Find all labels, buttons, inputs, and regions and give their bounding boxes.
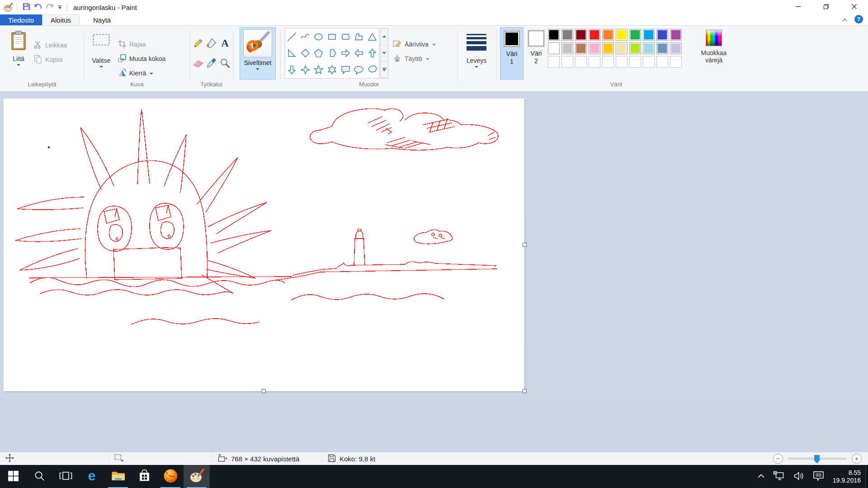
- canvas-resize-handle-right[interactable]: [523, 243, 527, 247]
- palette-swatch-#22b14c[interactable]: [629, 29, 641, 41]
- shapes-scroll-up-button[interactable]: [381, 28, 388, 45]
- palette-swatch-#c3c3c3[interactable]: [561, 42, 573, 54]
- file-explorer-app[interactable]: [105, 465, 131, 488]
- redo-button[interactable]: [44, 1, 56, 13]
- shapes-scroll-down-button[interactable]: [381, 45, 388, 62]
- edge-app[interactable]: e: [79, 465, 105, 488]
- shape-star-four[interactable]: [299, 61, 312, 78]
- shape-triangle[interactable]: [365, 28, 379, 45]
- task-view-button[interactable]: [52, 465, 79, 488]
- drawing-canvas[interactable]: [4, 99, 524, 391]
- shape-callout-oval[interactable]: [352, 61, 366, 78]
- palette-swatch-#b97a57[interactable]: [575, 42, 587, 54]
- brushes-button[interactable]: Siveltimet: [240, 27, 276, 80]
- palette-swatch-empty[interactable]: [561, 56, 573, 68]
- palette-swatch-empty[interactable]: [670, 56, 682, 68]
- palette-swatch-#fff200[interactable]: [616, 29, 627, 41]
- shape-line[interactable]: [285, 28, 299, 45]
- shape-fill-button[interactable]: Täyttö: [392, 53, 429, 65]
- line-width-button[interactable]: Leveys: [462, 28, 491, 79]
- shape-arrow-left[interactable]: [352, 45, 366, 62]
- palette-swatch-empty[interactable]: [548, 56, 560, 68]
- palette-swatch-empty[interactable]: [575, 56, 587, 68]
- palette-swatch-#7f7f7f[interactable]: [561, 29, 573, 41]
- fill-tool-button[interactable]: [206, 38, 217, 50]
- shape-hexagon[interactable]: [326, 45, 339, 62]
- tab-view[interactable]: Näytä: [85, 14, 119, 25]
- magnifier-tool-button[interactable]: [220, 58, 230, 70]
- paint-app[interactable]: [184, 465, 210, 488]
- close-button[interactable]: [840, 0, 868, 14]
- palette-swatch-empty[interactable]: [616, 56, 627, 68]
- restore-button[interactable]: [812, 0, 840, 14]
- palette-swatch-#000000[interactable]: [548, 29, 560, 41]
- shape-callout-rounded[interactable]: [339, 61, 352, 78]
- save-button[interactable]: [20, 1, 32, 13]
- tab-file[interactable]: Tiedosto: [0, 14, 42, 25]
- clock[interactable]: 8.55 19.9.2016: [828, 469, 865, 484]
- palette-swatch-#ffaec9[interactable]: [589, 42, 600, 54]
- shape-polygon[interactable]: [352, 28, 366, 45]
- help-button[interactable]: ?: [854, 14, 863, 25]
- palette-swatch-#3f48cc[interactable]: [656, 29, 668, 41]
- undo-button[interactable]: [32, 1, 44, 13]
- paste-button[interactable]: Liitä: [6, 28, 31, 79]
- palette-swatch-#ed1c24[interactable]: [589, 29, 600, 41]
- shape-arrow-right[interactable]: [339, 45, 352, 62]
- shape-ellipse[interactable]: [312, 28, 326, 45]
- palette-swatch-#efe4b0[interactable]: [616, 42, 627, 54]
- show-desktop-button[interactable]: [865, 465, 868, 488]
- volume-status[interactable]: [789, 465, 809, 488]
- shape-callout-cloud[interactable]: [365, 61, 379, 78]
- shape-arrow-up[interactable]: [365, 45, 379, 62]
- edit-colors-button[interactable]: Muokkaa värejä: [698, 28, 730, 79]
- start-button[interactable]: [0, 465, 26, 488]
- qat-customize-button[interactable]: [56, 1, 64, 13]
- palette-swatch-#ffc90e[interactable]: [602, 42, 614, 54]
- shape-star-five[interactable]: [312, 61, 326, 78]
- copy-button[interactable]: Kopioi: [33, 54, 63, 66]
- palette-swatch-#ffffff[interactable]: [548, 42, 560, 54]
- palette-swatch-#a349a4[interactable]: [670, 29, 682, 41]
- action-center[interactable]: [809, 465, 828, 488]
- shape-arrow-down[interactable]: [285, 61, 299, 78]
- select-button[interactable]: Valitse: [89, 28, 114, 79]
- palette-swatch-#99d9ea[interactable]: [643, 42, 655, 54]
- palette-swatch-#00a2e8[interactable]: [643, 29, 655, 41]
- palette-swatch-#880015[interactable]: [575, 29, 587, 41]
- color2-button[interactable]: Väri2: [524, 27, 548, 80]
- shape-rectangle[interactable]: [326, 28, 339, 45]
- shape-pentagon[interactable]: [312, 45, 326, 62]
- palette-swatch-empty[interactable]: [629, 56, 641, 68]
- canvas-resize-handle-corner[interactable]: [523, 389, 527, 393]
- shape-rounded-rectangle[interactable]: [339, 28, 352, 45]
- search-button[interactable]: [26, 465, 52, 488]
- zoom-slider[interactable]: [788, 458, 846, 460]
- palette-swatch-empty[interactable]: [602, 56, 614, 68]
- tray-expand[interactable]: [753, 465, 769, 488]
- palette-swatch-#ff7f27[interactable]: [602, 29, 614, 41]
- eraser-tool-button[interactable]: [193, 58, 204, 70]
- cut-button[interactable]: Leikkaa: [33, 39, 67, 51]
- zoom-out-button[interactable]: −: [773, 454, 783, 464]
- crop-button[interactable]: Rajaa: [118, 38, 146, 50]
- shapes-more-button[interactable]: [381, 61, 388, 78]
- palette-swatch-empty[interactable]: [589, 56, 600, 68]
- palette-swatch-#b5e61d[interactable]: [629, 42, 641, 54]
- firefox-app[interactable]: [157, 465, 184, 488]
- shape-curve[interactable]: [299, 28, 312, 45]
- minimize-ribbon-button[interactable]: [842, 16, 848, 23]
- palette-swatch-empty[interactable]: [643, 56, 655, 68]
- zoom-slider-thumb[interactable]: [814, 455, 820, 464]
- palette-swatch-#7092be[interactable]: [656, 42, 668, 54]
- network-status[interactable]: [769, 465, 789, 488]
- palette-swatch-empty[interactable]: [656, 56, 668, 68]
- color1-button[interactable]: Väri1: [500, 27, 524, 80]
- text-tool-button[interactable]: A: [220, 38, 230, 50]
- shape-outline-button[interactable]: Ääriviiva: [392, 38, 436, 50]
- resize-button[interactable]: Muuta kokoa: [118, 53, 165, 65]
- palette-swatch-#c8bfe7[interactable]: [670, 42, 682, 54]
- shape-diamond[interactable]: [299, 45, 312, 62]
- tab-home[interactable]: Aloitus: [42, 14, 80, 25]
- color-picker-tool-button[interactable]: [206, 58, 217, 70]
